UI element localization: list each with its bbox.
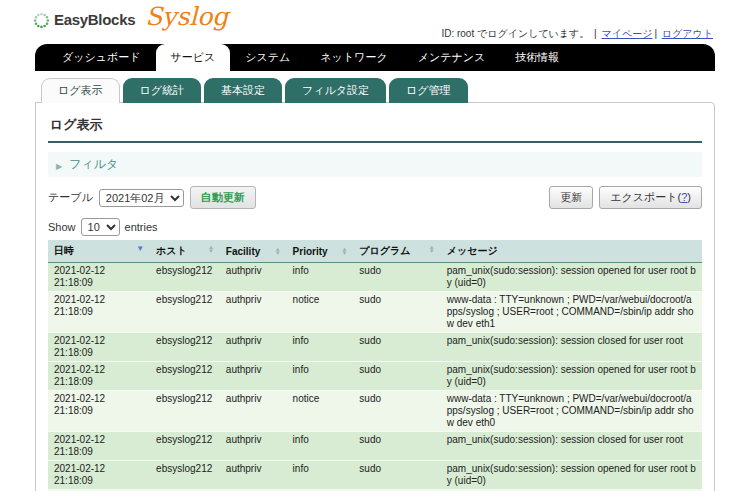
column-header[interactable]: プログラム [353,240,440,263]
log-facility: authpriv [220,432,287,461]
column-label: メッセージ [447,245,498,256]
column-header[interactable]: メッセージ [441,240,702,263]
expand-arrow-icon [56,158,62,172]
log-priority: notice [287,292,354,333]
log-datetime: 2021-02-12 21:18:09 [48,292,150,333]
subnav-tab-label: ログ統計 [140,84,185,96]
nav-tab[interactable]: ネットワーク [305,44,402,71]
log-row[interactable]: 2021-02-12 21:18:09 ebsyslog212 authpriv… [48,292,702,333]
show-label: Show [48,221,76,233]
log-host: ebsyslog212 [150,333,220,362]
subnav-tab-label: フィルタ設定 [302,84,369,96]
nav-tab-label: サービス [171,51,216,63]
log-message: pam_unix(sudo:session): session opened f… [441,362,702,391]
top-header: EasyBlocks Syslog ID: root でログインしています。 |… [0,0,750,44]
logo: EasyBlocks Syslog [33,5,228,29]
sort-icon [429,245,435,253]
log-host: ebsyslog212 [150,263,220,292]
nav-tab-label: ネットワーク [320,51,387,63]
log-program: sudo [353,292,440,333]
log-row[interactable]: 2021-02-12 21:18:09 ebsyslog212 authpriv… [48,432,702,461]
subnav-tab[interactable]: ログ管理 [389,78,468,103]
log-row[interactable]: 2021-02-12 21:18:09 ebsyslog212 authpriv… [48,461,702,490]
logout-link[interactable]: ログアウト [662,28,713,39]
page-title: ログ表示 [48,113,702,143]
login-info: ID: root でログインしています。 | マイページ| ログアウト [441,27,713,41]
export-label: エクスポート [610,191,677,203]
refresh-button[interactable]: 更新 [549,186,593,209]
subnav-tab-label: 基本設定 [221,84,265,96]
nav-tab[interactable]: 技術情報 [500,44,574,71]
log-datetime: 2021-02-12 21:18:09 [48,263,150,292]
main-nav: ダッシュボード サービス システム ネットワーク メンテナンス 技術情報 [35,44,715,71]
log-host: ebsyslog212 [150,432,220,461]
subnav-tab[interactable]: ログ表示 [41,78,120,103]
auto-update-button[interactable]: 自動更新 [190,186,256,209]
log-facility: authpriv [220,263,287,292]
log-message: pam_unix(sudo:session): session opened f… [441,263,702,292]
easyblocks-spinner-icon [33,12,50,29]
log-host: ebsyslog212 [150,362,220,391]
log-row[interactable]: 2021-02-12 21:18:09 ebsyslog212 authpriv… [48,362,702,391]
subnav-tab[interactable]: 基本設定 [204,78,282,103]
column-label: Facility [226,246,260,257]
log-row[interactable]: 2021-02-12 21:18:09 ebsyslog212 authpriv… [48,263,702,292]
separator: | [654,28,657,39]
page-length-select[interactable]: 10 [81,218,120,236]
log-datetime: 2021-02-12 21:18:09 [48,362,150,391]
column-header[interactable]: ホスト [150,240,220,263]
page-length-controls: Show 10 entries [48,218,702,236]
nav-tab-label: 技術情報 [515,51,559,63]
subnav-tab-label: ログ表示 [58,84,103,96]
column-header[interactable]: Facility [220,240,287,263]
log-datetime: 2021-02-12 21:18:09 [48,333,150,362]
mypage-link[interactable]: マイページ [602,28,653,39]
sort-icon [208,245,214,253]
log-priority: info [287,461,354,490]
nav-tab[interactable]: メンテナンス [403,44,501,71]
log-facility: authpriv [220,292,287,333]
log-priority: info [287,333,354,362]
page: EasyBlocks Syslog ID: root でログインしています。 |… [0,0,750,491]
log-message: pam_unix(sudo:session): session opened f… [441,461,702,490]
log-priority: info [287,263,354,292]
table-select-label: テーブル [48,190,93,205]
log-table: 日時 ホスト Facility Priority プログラム メッセージ 202… [48,240,702,491]
log-facility: authpriv [220,333,287,362]
sort-icon [341,247,347,255]
filter-toggle[interactable]: フィルタ [48,152,702,177]
log-program: sudo [353,461,440,490]
logo-syslog-text: Syslog [145,5,228,29]
subnav-tab-label: ログ管理 [406,84,451,96]
subnav-tab[interactable]: フィルタ設定 [285,78,386,103]
nav-tab-label: メンテナンス [418,51,486,63]
log-facility: authpriv [220,362,287,391]
log-facility: authpriv [220,461,287,490]
nav-tab[interactable]: システム [230,44,305,71]
export-button[interactable]: エクスポート(?) [599,186,702,209]
nav-tab[interactable]: ダッシュボード [47,44,156,71]
separator: | [594,28,597,39]
log-host: ebsyslog212 [150,292,220,333]
column-header[interactable]: 日時 [48,240,150,263]
entries-label: entries [125,221,158,233]
log-row[interactable]: 2021-02-12 21:18:09 ebsyslog212 authpriv… [48,333,702,362]
column-label: 日時 [54,245,74,256]
column-label: プログラム [359,245,410,256]
log-facility: authpriv [220,391,287,432]
column-label: ホスト [156,245,187,256]
log-row[interactable]: 2021-02-12 21:18:09 ebsyslog212 authpriv… [48,391,702,432]
column-label: Priority [293,246,328,257]
paren-close: ) [687,191,691,203]
log-host: ebsyslog212 [150,391,220,432]
table-month-select[interactable]: 2021年02月 [99,189,184,207]
subnav-tab[interactable]: ログ統計 [123,78,202,103]
log-program: sudo [353,432,440,461]
column-header[interactable]: Priority [287,240,354,263]
log-message: pam_unix(sudo:session): session closed f… [441,333,702,362]
log-program: sudo [353,362,440,391]
logo-easyblocks-text: EasyBlocks [54,11,135,29]
log-program: sudo [353,263,440,292]
nav-tab[interactable]: サービス [156,44,231,71]
login-status-text: ID: root でログインしています。 [441,28,589,39]
